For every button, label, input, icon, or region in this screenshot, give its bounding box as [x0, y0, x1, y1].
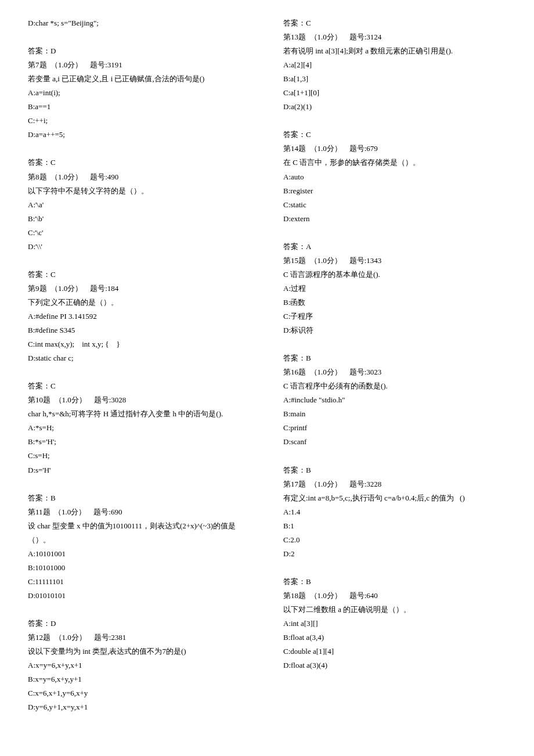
question-option: C:int max(x,y); int x,y; { } — [28, 337, 251, 351]
question-option: C:'\c' — [28, 226, 251, 240]
blank-line — [28, 603, 251, 617]
question-option: B:main — [283, 407, 506, 421]
question-option: B:'\b' — [28, 212, 251, 226]
question-option: D:2 — [283, 547, 506, 561]
question-answer: 答案：C — [28, 268, 251, 282]
question-option: D:s='H' — [28, 463, 251, 477]
question-stem: 若变量 a,i 已正确定义,且 i 已正确赋值,合法的语句是() — [28, 72, 251, 86]
question-answer: 答案：B — [283, 351, 506, 365]
leading-option: D:char *s; s="Beijing"; — [28, 16, 251, 30]
question-stem: 以下对二维数组 a 的正确说明是（）。 — [283, 603, 506, 617]
question-option: A:#define PI 3.141592 — [28, 309, 251, 323]
question-stem: 设 char 型变量 x 中的值为10100111，则表达式(2+x)^(~3)… — [28, 519, 251, 547]
question-option: C:2.0 — [283, 533, 506, 547]
question-option: C:static — [283, 198, 506, 212]
question-option: C:11111101 — [28, 575, 251, 589]
question-option: D:static char c; — [28, 351, 251, 365]
question-header: 第11题 （1.0分） 题号:690 — [28, 505, 251, 519]
question-option: D:y=6,y+1,x=y,x+1 — [28, 700, 251, 714]
question-stem: 若有说明 int a[3][4];则对 a 数组元素的正确引用是(). — [283, 44, 506, 58]
blank-line — [28, 254, 251, 268]
question-header: 第15题 （1.0分） 题号:1343 — [283, 254, 506, 268]
question-option: C:printf — [283, 421, 506, 435]
question-stem: C 语言源程序的基本单位是(). — [283, 268, 506, 282]
question-option: B:float a(3,4) — [283, 631, 506, 645]
question-answer: 答案：C — [28, 156, 251, 170]
blank-line — [28, 714, 251, 728]
question-header: 第13题 （1.0分） 题号:3124 — [283, 30, 506, 44]
question-header: 第14题 （1.0分） 题号:679 — [283, 142, 506, 156]
question-option: C:子程序 — [283, 309, 506, 323]
question-option: A:10101001 — [28, 547, 251, 561]
question-option: D:scanf — [283, 435, 506, 449]
blank-line — [28, 365, 251, 379]
question-stem: 在 C 语言中，形参的缺省存储类是（）。 — [283, 156, 506, 170]
question-option: C:s=H; — [28, 449, 251, 463]
question-option: A:x=y=6,x+y,x+1 — [28, 658, 251, 672]
question-option: B:x=y=6,x+y,y+1 — [28, 672, 251, 686]
question-option: B:#define S345 — [28, 323, 251, 337]
question-header: 第7题 （1.0分） 题号:3191 — [28, 58, 251, 72]
question-option: A:#include "stdio.h" — [283, 393, 506, 407]
question-option: B:10101000 — [28, 561, 251, 575]
question-answer: 答案：C — [283, 128, 506, 142]
question-stem: 以下字符中不是转义字符的是（）。 — [28, 184, 251, 198]
question-option: B:register — [283, 184, 506, 198]
question-answer: 答案：B — [28, 491, 251, 505]
question-option: D:a=a++=5; — [28, 128, 251, 142]
blank-line — [28, 477, 251, 491]
question-option: D:extern — [283, 212, 506, 226]
question-stem: 设以下变量均为 int 类型,表达式的值不为7的是() — [28, 645, 251, 658]
question-option: D:'\\' — [28, 240, 251, 254]
blank-line — [283, 337, 506, 351]
blank-line — [28, 142, 251, 156]
question-stem: char h,*s=&h;可将字符 H 通过指针存入变量 h 中的语句是(). — [28, 407, 251, 421]
blank-line — [283, 226, 506, 240]
question-header: 第17题 （1.0分） 题号:3228 — [283, 477, 506, 491]
question-option: C:a[1+1][0] — [283, 86, 506, 100]
question-option: A:1.4 — [283, 505, 506, 519]
question-header: 第16题 （1.0分） 题号:3023 — [283, 365, 506, 379]
blank-line — [283, 449, 506, 463]
question-option: C:x=6,x+1,y=6,x+y — [28, 686, 251, 700]
question-option: D:a(2)(1) — [283, 100, 506, 114]
question-stem: C 语言程序中必须有的函数是(). — [283, 379, 506, 393]
question-answer: 答案：B — [283, 575, 506, 589]
question-option: A:a=int(i); — [28, 86, 251, 100]
question-option: A:a[2][4] — [283, 58, 506, 72]
question-answer: 答案：C — [283, 16, 506, 30]
question-option: C:double a[1][4] — [283, 645, 506, 658]
question-answer: 答案：C — [28, 379, 251, 393]
question-answer: 答案：D — [28, 617, 251, 631]
question-option: B:*s='H'; — [28, 435, 251, 449]
question-header: 第8题 （1.0分） 题号:490 — [28, 170, 251, 184]
question-option: C:++i; — [28, 114, 251, 128]
question-option: A:auto — [283, 170, 506, 184]
question-option: A:'\a' — [28, 198, 251, 212]
question-stem: 有定义:int a=8,b=5,c;,执行语句 c=a/b+0.4;后,c 的值… — [283, 491, 506, 505]
question-option: B:a[1,3] — [283, 72, 506, 86]
question-header: 第9题 （1.0分） 题号:184 — [28, 282, 251, 296]
leading-answer: 答案：D — [28, 44, 251, 58]
question-option: D:01010101 — [28, 589, 251, 603]
question-answer: 答案：B — [283, 463, 506, 477]
question-option: A:过程 — [283, 282, 506, 296]
blank-line — [283, 561, 506, 575]
blank-line — [28, 30, 251, 44]
question-option: A:*s=H; — [28, 421, 251, 435]
question-stem: 下列定义不正确的是（）。 — [28, 296, 251, 309]
blank-line — [283, 114, 506, 128]
question-header: 第18题 （1.0分） 题号:640 — [283, 589, 506, 603]
question-header: 第10题 （1.0分） 题号:3028 — [28, 393, 251, 407]
question-option: B:1 — [283, 519, 506, 533]
question-option: D:float a(3)(4) — [283, 658, 506, 672]
question-option: A:int a[3][] — [283, 617, 506, 631]
question-answer: 答案：A — [283, 240, 506, 254]
question-option: D:标识符 — [283, 323, 506, 337]
question-option: B:a==1 — [28, 100, 251, 114]
question-option: B:函数 — [283, 296, 506, 309]
question-header: 第12题 （1.0分） 题号:2381 — [28, 631, 251, 645]
